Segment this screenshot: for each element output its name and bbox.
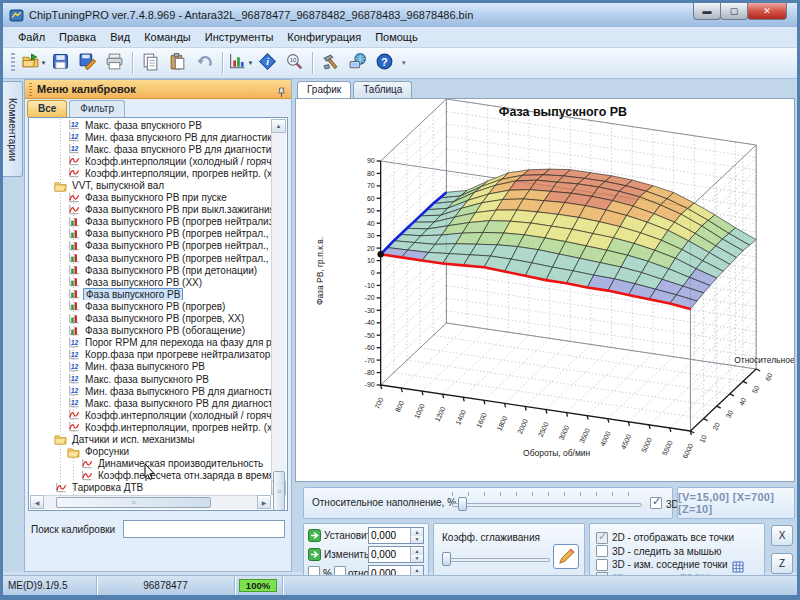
- tree-item[interactable]: 12Порог RPM для перехода на фазу для реж…: [30, 337, 271, 349]
- menu-item-4[interactable]: Команды: [137, 28, 198, 46]
- tab-фильтр[interactable]: Фильтр: [69, 100, 125, 117]
- tree-horizontal-scrollbar[interactable]: ◀ ▶ ≡: [30, 495, 271, 509]
- tree-item-label: Мин. фаза выпускного РВ: [83, 361, 207, 372]
- horizontal-scroll-thumb[interactable]: ≡: [56, 497, 211, 508]
- network-button[interactable]: [344, 50, 371, 76]
- vertical-scroll-thumb[interactable]: ≡: [273, 471, 285, 511]
- load-slider[interactable]: [452, 497, 642, 511]
- tree-item[interactable]: Коэфф.интерполяции, прогрев нейтр. (холо…: [30, 167, 271, 179]
- tree-item[interactable]: 12Мин. фаза впускного РВ для диагностики: [30, 131, 271, 143]
- save-edit-button[interactable]: [74, 50, 101, 76]
- zoom-10-button[interactable]: 10: [281, 50, 308, 76]
- copy-button[interactable]: [137, 50, 164, 76]
- chart-button[interactable]: ▼: [227, 50, 254, 76]
- menu-item-6[interactable]: Конфигурация: [280, 28, 368, 46]
- tree-item[interactable]: 12Корр.фаза при прогреве нейтрализатора: [30, 349, 271, 361]
- tree-item[interactable]: Фаза выпускного РВ при выкл.зажигания: [30, 204, 271, 216]
- svg-text:4000: 4000: [599, 430, 612, 447]
- tree-item[interactable]: Фаза выпускного РВ при пуске: [30, 192, 271, 204]
- tree-item[interactable]: 12Мин. фаза выпускного РВ: [30, 361, 271, 373]
- tools-button[interactable]: [317, 50, 344, 76]
- tab-graph[interactable]: График: [297, 81, 351, 98]
- spinner-arrows[interactable]: ▲▼: [410, 528, 423, 543]
- edit-curve-button[interactable]: [553, 544, 579, 569]
- menu-item-7[interactable]: Помощь: [368, 28, 425, 46]
- scroll-right-arrow[interactable]: ▶: [257, 495, 271, 509]
- slider-thumb[interactable]: [442, 552, 451, 566]
- tree-item[interactable]: Датчики и исп. механизмы: [30, 433, 271, 445]
- set-value-input[interactable]: [369, 528, 410, 543]
- title-bar[interactable]: ChipTuningPRO ver.7.4.8.969 - Antara32L_…: [3, 3, 797, 27]
- scroll-left-arrow[interactable]: ◀: [30, 495, 44, 509]
- menu-item-1[interactable]: Файл: [11, 28, 52, 46]
- svg-text:30: 30: [725, 409, 735, 419]
- tree-item[interactable]: Фаза выпускного РВ (при детонации): [30, 264, 271, 276]
- menu-item-5[interactable]: Инструменты: [198, 28, 281, 46]
- change-arrow-icon[interactable]: [308, 547, 321, 560]
- surface-plot[interactable]: -90-80-70-60-50-40-30-20-100102030405060…: [296, 99, 794, 481]
- folder-icon: [67, 446, 80, 458]
- toolbar-overflow-icon[interactable]: ▾: [402, 59, 406, 67]
- tree-item-selected[interactable]: Фаза выпускного РВ: [30, 288, 271, 300]
- spinner-arrows[interactable]: ▲▼: [410, 547, 423, 562]
- x-axis-button[interactable]: X: [771, 525, 793, 546]
- tree-vertical-scrollbar[interactable]: ▲ ▼ ≡: [271, 119, 286, 495]
- open-button[interactable]: ▼: [20, 50, 47, 76]
- help-button[interactable]: ?: [371, 50, 398, 76]
- menu-item-3[interactable]: Вид: [103, 28, 137, 46]
- tree-item-label: Коэфф.интерполяции (холодный / горячий ): [83, 410, 271, 421]
- tree-item[interactable]: 12Мин. фаза выпускного РВ для диагностик…: [30, 385, 271, 397]
- tree-item-label: Макс. фаза впускного РВ: [83, 120, 204, 131]
- tree-item[interactable]: Коэфф.интерполяции (холодный / горячий ): [30, 409, 271, 421]
- print-button[interactable]: [101, 50, 128, 76]
- tree-item[interactable]: Фаза выпускного РВ (прогрев нейтрал., ХХ…: [30, 252, 271, 264]
- scroll-up-arrow[interactable]: ▲: [271, 119, 286, 133]
- slider-thumb[interactable]: [458, 497, 467, 511]
- tree-item[interactable]: Фаза выпускного РВ (прогрев нейтрализато…: [30, 216, 271, 228]
- change-value-spinner[interactable]: ▲▼: [368, 546, 424, 563]
- slider-track[interactable]: [442, 558, 550, 562]
- tab-все[interactable]: Все: [27, 100, 67, 117]
- change-value-input[interactable]: [369, 547, 410, 562]
- tab-table[interactable]: Таблица: [353, 81, 412, 98]
- menu-item-2[interactable]: Правка: [52, 28, 103, 46]
- paste-button[interactable]: [164, 50, 191, 76]
- save-button[interactable]: [47, 50, 74, 76]
- tree-item[interactable]: Тарировка ДТВ: [30, 482, 271, 494]
- tree-item[interactable]: Коэфф.интерполяции, прогрев нейтр. (холо…: [30, 421, 271, 433]
- maximize-button[interactable]: ▢: [720, 3, 748, 20]
- checkbox-display-option-3[interactable]: [596, 559, 608, 571]
- smoothing-slider[interactable]: [442, 552, 550, 566]
- tree-item[interactable]: Фаза выпускного РВ (ХХ): [30, 276, 271, 288]
- tree-item[interactable]: Фаза выпускного РВ (прогрев): [30, 300, 271, 312]
- checkbox-display-option-1[interactable]: [596, 532, 608, 544]
- checkbox-display-option-2[interactable]: [596, 545, 608, 557]
- tab-comments[interactable]: Комментарии: [3, 81, 23, 177]
- info-button[interactable]: i: [254, 50, 281, 76]
- tree-item[interactable]: VVT, выпускной вал: [30, 179, 271, 191]
- dropdown-arrow-icon[interactable]: ▼: [41, 60, 47, 66]
- tree-item[interactable]: 12Макс. фаза выпускного РВ для диагности…: [30, 397, 271, 409]
- minimize-button[interactable]: ▬: [693, 3, 721, 20]
- undo-button[interactable]: [191, 50, 218, 76]
- tree-item[interactable]: 12Макс. фаза выпускного РВ: [30, 373, 271, 385]
- tree-item[interactable]: Коэфф.интерполяции (холодный / горячий ): [30, 155, 271, 167]
- tree-item[interactable]: Фаза выпускного РВ (обогащение): [30, 325, 271, 337]
- svg-text:10: 10: [698, 434, 708, 444]
- checkbox-3d-view[interactable]: [650, 497, 662, 509]
- pin-icon[interactable]: [276, 84, 287, 95]
- tree-item[interactable]: 12Макс. фаза впускного РВ для диагностик…: [30, 143, 271, 155]
- set-value-spinner[interactable]: ▲▼: [368, 527, 424, 544]
- tree-item[interactable]: Фаза выпускного РВ (прогрев, ХХ): [30, 313, 271, 325]
- tree-item[interactable]: 12Макс. фаза впускного РВ: [30, 119, 271, 131]
- tree-item[interactable]: Форсунки: [30, 446, 271, 458]
- search-input[interactable]: [123, 520, 285, 538]
- calibration-panel-header[interactable]: Меню калибровок: [25, 80, 291, 99]
- z-axis-button[interactable]: Z: [771, 553, 793, 574]
- tree-item[interactable]: Фаза выпускного РВ (прогрев нейтрал., ХХ…: [30, 240, 271, 252]
- tree-item[interactable]: Фаза выпускного РВ (прогрев нейтрал., хо…: [30, 228, 271, 240]
- set-arrow-icon[interactable]: [308, 528, 321, 541]
- close-button[interactable]: ✕: [747, 3, 787, 20]
- slider-track[interactable]: [452, 503, 642, 507]
- dropdown-arrow-icon[interactable]: ▼: [248, 60, 254, 66]
